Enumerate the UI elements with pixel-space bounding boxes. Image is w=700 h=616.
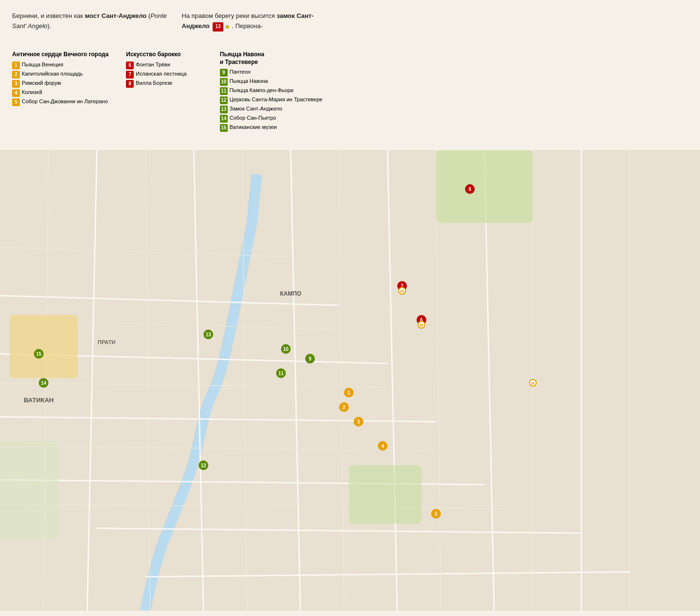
svg-text:2: 2	[342, 405, 345, 410]
svg-text:15: 15	[36, 351, 42, 357]
svg-text:M: M	[400, 289, 404, 294]
legend-num-5: 5	[12, 98, 20, 106]
legend-col-2: Искусство барокко 6 Фонтан Трéви 7 Испан…	[126, 51, 217, 133]
legend-num-8: 8	[126, 80, 134, 88]
legend-num-4: 4	[12, 89, 20, 97]
legend-item: 15 Ватиканские музеи	[220, 124, 342, 132]
svg-text:11: 11	[278, 371, 284, 376]
legend-item: 6 Фонтан Трéви	[126, 61, 217, 69]
legend-col2-title: Искусство барокко	[126, 51, 217, 59]
legend-item: 11 Пьяцца Кампо-ден-Фьори	[220, 87, 342, 95]
legend-item: 10 Пьяцца Навона	[220, 78, 342, 86]
svg-text:12: 12	[201, 463, 206, 468]
legend-item: 7 Испанская лестница	[126, 70, 217, 79]
legend-num-10: 10	[220, 78, 228, 86]
svg-rect-26	[349, 465, 421, 523]
legend-item: 4 Колизей	[12, 89, 124, 97]
legend-col3-title: Пьяцца Навонаи Трастевере	[220, 51, 342, 66]
legend-num-13: 13	[220, 106, 228, 113]
legend-num-1: 1	[12, 62, 20, 69]
svg-text:13: 13	[205, 332, 211, 337]
svg-rect-27	[0, 441, 58, 538]
legend-item: 3 Римский форум	[12, 79, 124, 88]
legend-num-3: 3	[12, 80, 20, 88]
left-text-left: Бернини, и известен как мост Сант-Анджел…	[12, 11, 172, 32]
svg-text:14: 14	[41, 380, 47, 386]
header-right: Карта с. 48 Ватикан Рим	[698, 4, 700, 28]
legend-item: 1 Пьяцца Венеция	[12, 61, 124, 69]
legend-item: 8 Вилла Боргезе	[126, 79, 217, 88]
legend: Античное сердце Вечного города 1 Пьяцца …	[12, 51, 342, 133]
svg-rect-25	[436, 150, 533, 223]
legend-col-1: Античное сердце Вечного города 1 Пьяцца …	[12, 51, 124, 133]
legend-num-9: 9	[220, 69, 228, 77]
svg-text:10: 10	[283, 347, 289, 352]
svg-text:1: 1	[347, 390, 350, 395]
left-text-right: На правом берегу реки высится замок Сант…	[182, 11, 342, 32]
legend-num-14: 14	[220, 115, 228, 123]
legend-item: 13 Замок Сант-Анджело	[220, 105, 342, 113]
svg-text:M: M	[420, 323, 423, 328]
svg-text:5: 5	[435, 511, 437, 517]
legend-num-12: 12	[220, 96, 228, 104]
legend-item: 5 Собор Сан-Джованни ин Латерано	[12, 98, 124, 106]
legend-num-15: 15	[220, 124, 228, 132]
legend-col1-title: Античное сердце Вечного города	[12, 51, 124, 59]
svg-text:3: 3	[357, 419, 360, 425]
map-svg: 1 2 3 4 5 6 7 8 9 10 11 12	[0, 150, 700, 611]
legend-num-7: 7	[126, 71, 134, 79]
legend-item: 2 Капитолийская площадь	[12, 70, 124, 79]
svg-text:4: 4	[381, 443, 384, 449]
legend-item: 14 Собор Сан-Пьетро	[220, 114, 342, 123]
map-container: 1 2 3 4 5 6 7 8 9 10 11 12	[0, 150, 700, 611]
legend-col-3: Пьяцца Навонаи Трастевере 9 Пантеон 10 П…	[220, 51, 342, 133]
legend-num-2: 2	[12, 71, 20, 79]
svg-text:8: 8	[468, 187, 471, 192]
svg-text:КАМПО: КАМПО	[280, 290, 301, 297]
legend-item: 12 Церковь Санта-Мария ин Трастевере	[220, 96, 342, 104]
legend-item: 9 Пантеон	[220, 68, 342, 77]
legend-num-11: 11	[220, 87, 228, 95]
svg-rect-0	[0, 150, 700, 611]
svg-rect-28	[10, 315, 78, 378]
svg-text:M: M	[531, 381, 535, 386]
legend-num-6: 6	[126, 62, 134, 69]
svg-text:ПРАТИ: ПРАТИ	[98, 339, 115, 345]
svg-text:9: 9	[309, 356, 311, 362]
svg-text:ВАТИКАН: ВАТИКАН	[24, 396, 53, 404]
